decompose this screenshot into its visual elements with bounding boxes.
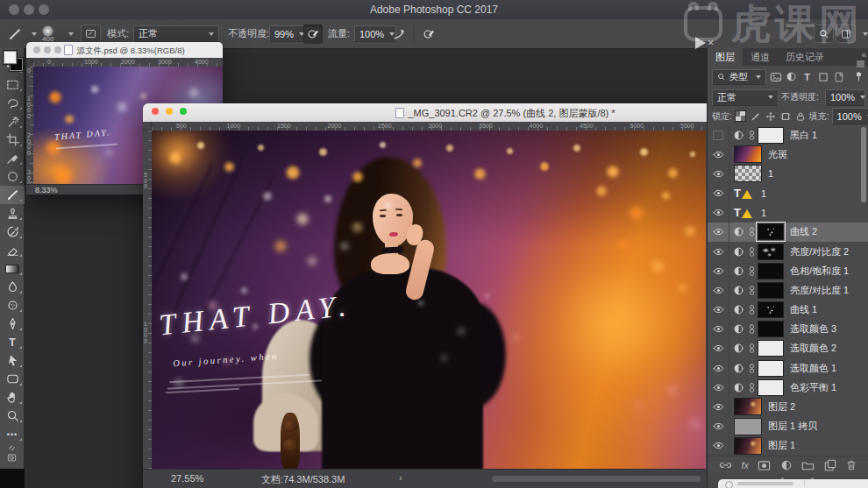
spot-healing-brush-tool[interactable]	[0, 167, 25, 186]
pressure-opacity-icon[interactable]	[303, 25, 323, 44]
chevron-down-icon[interactable]	[68, 32, 74, 36]
eye-icon[interactable]	[708, 203, 729, 223]
chevron-down-icon[interactable]	[32, 32, 37, 36]
filter-pixel-layers-icon[interactable]	[769, 70, 782, 84]
mask-link-icon[interactable]	[747, 324, 757, 334]
filter-type-layers-icon[interactable]: T	[800, 70, 814, 84]
source-zoom-value[interactable]: 8.33%	[35, 186, 58, 194]
quick-mask-button[interactable]	[0, 452, 24, 463]
lock-all-icon[interactable]	[794, 110, 807, 123]
airbrush-icon[interactable]	[389, 25, 409, 44]
mask-link-icon[interactable]	[747, 343, 757, 353]
dodge-tool[interactable]	[0, 296, 25, 315]
chevron-down-icon[interactable]	[863, 32, 868, 36]
eraser-tool[interactable]	[0, 241, 25, 259]
layer-row[interactable]: 黑白 1	[708, 125, 868, 145]
layer-thumbnail[interactable]	[734, 145, 762, 163]
layer-styles-icon[interactable]: fx	[741, 460, 749, 470]
opacity-select[interactable]: 99%	[269, 25, 308, 42]
eye-icon[interactable]	[708, 164, 729, 183]
layer-mask-thumbnail[interactable]	[758, 379, 784, 396]
layer-row[interactable]: T1	[708, 184, 868, 203]
eye-icon[interactable]	[708, 436, 729, 456]
layer-row[interactable]: 光斑	[708, 145, 868, 164]
pressure-size-icon[interactable]	[419, 25, 438, 44]
lock-image-icon[interactable]	[750, 110, 762, 123]
layer-row[interactable]: 选取颜色 3	[708, 320, 868, 339]
workspace-button[interactable]	[836, 25, 856, 43]
layer-row[interactable]: 选取颜色 1	[708, 358, 868, 378]
zoom-tool[interactable]	[0, 407, 25, 425]
type-tool[interactable]: T	[0, 333, 25, 351]
tab-history[interactable]: 历史记录	[778, 48, 832, 66]
lock-artboard-icon[interactable]	[779, 110, 792, 123]
layer-mask-thumbnail[interactable]	[758, 360, 784, 377]
delete-layer-icon[interactable]	[845, 459, 857, 471]
mask-link-icon[interactable]	[747, 305, 757, 315]
blend-mode-select[interactable]: 正常	[133, 25, 219, 42]
collapse-panel-button[interactable]: «	[861, 50, 865, 60]
eye-icon[interactable]	[708, 242, 729, 261]
layer-row[interactable]: T1	[708, 203, 868, 223]
layer-thumbnail[interactable]	[734, 437, 762, 455]
swap-colors-icon[interactable]	[0, 443, 24, 452]
source-titlebar[interactable]: 源文件.psd @ 8.33%(RGB/8)	[26, 42, 223, 58]
layer-mask-thumbnail[interactable]	[758, 223, 784, 240]
foreground-color-swatch[interactable]	[3, 50, 18, 65]
layer-mask-thumbnail[interactable]	[758, 321, 784, 337]
eye-icon[interactable]	[708, 301, 729, 320]
eye-icon[interactable]	[708, 145, 729, 164]
mask-link-icon[interactable]	[747, 131, 757, 140]
mask-link-icon[interactable]	[747, 364, 757, 373]
eye-icon[interactable]	[708, 358, 729, 378]
eye-icon[interactable]	[708, 280, 729, 300]
layer-mask-thumbnail[interactable]	[758, 263, 784, 279]
layers-scrollbar[interactable]	[861, 127, 866, 202]
filter-adjustment-layers-icon[interactable]	[785, 70, 798, 84]
lasso-tool[interactable]	[0, 94, 25, 112]
eyedropper-tool[interactable]	[0, 149, 25, 167]
pen-tool[interactable]	[0, 315, 25, 333]
mask-link-icon[interactable]	[747, 286, 757, 295]
eye-icon[interactable]	[708, 397, 729, 416]
gradient-tool[interactable]	[0, 259, 25, 278]
eye-icon[interactable]	[708, 184, 729, 203]
hand-tool[interactable]	[0, 388, 25, 407]
status-arrow[interactable]: ›	[399, 472, 402, 483]
magic-wand-tool[interactable]	[0, 112, 25, 131]
link-layers-icon[interactable]	[719, 459, 732, 472]
path-selection-tool[interactable]	[0, 351, 25, 370]
shape-tool[interactable]	[0, 370, 25, 388]
eye-icon[interactable]	[708, 223, 729, 242]
layer-row[interactable]: 图层 2	[708, 397, 868, 416]
app-titlebar[interactable]: Adobe Photoshop CC 2017	[0, 0, 868, 20]
layer-row[interactable]: 亮度/对比度 1	[708, 280, 868, 300]
layer-fill-select[interactable]: 100%	[832, 108, 868, 124]
layer-row[interactable]: 选取颜色 2	[708, 339, 868, 358]
layer-row[interactable]: 亮度/对比度 2	[708, 242, 868, 261]
eye-icon[interactable]	[708, 339, 729, 358]
layer-thumbnail[interactable]	[734, 418, 762, 435]
eye-icon[interactable]	[708, 261, 729, 280]
layer-thumbnail[interactable]	[734, 398, 762, 415]
edit-toolbar[interactable]: •••	[0, 425, 25, 443]
layer-mask-thumbnail[interactable]	[758, 282, 784, 299]
add-layer-mask-icon[interactable]	[758, 459, 771, 472]
layer-mask-thumbnail[interactable]	[758, 340, 784, 357]
layer-mask-thumbnail[interactable]	[758, 127, 784, 144]
layer-mask-thumbnail[interactable]	[758, 301, 784, 318]
layer-row[interactable]: 图层 1	[708, 436, 868, 456]
lock-transparent-icon[interactable]	[735, 110, 747, 123]
history-brush-tool[interactable]	[0, 223, 25, 241]
mask-link-icon[interactable]	[747, 247, 757, 257]
eye-toggle-empty[interactable]	[708, 125, 729, 145]
eye-icon[interactable]	[708, 417, 729, 436]
blur-tool[interactable]	[0, 278, 25, 296]
crop-tool[interactable]	[0, 131, 25, 149]
layer-row[interactable]: 曲线 1	[708, 301, 868, 320]
tab-channels[interactable]: 通道	[743, 48, 778, 66]
toggle-brush-panel-button[interactable]	[81, 25, 101, 43]
layer-row[interactable]: 曲线 2	[708, 223, 868, 242]
layer-blend-mode-select[interactable]: 正常	[712, 89, 779, 106]
filter-smart-objects-icon[interactable]	[832, 70, 845, 84]
